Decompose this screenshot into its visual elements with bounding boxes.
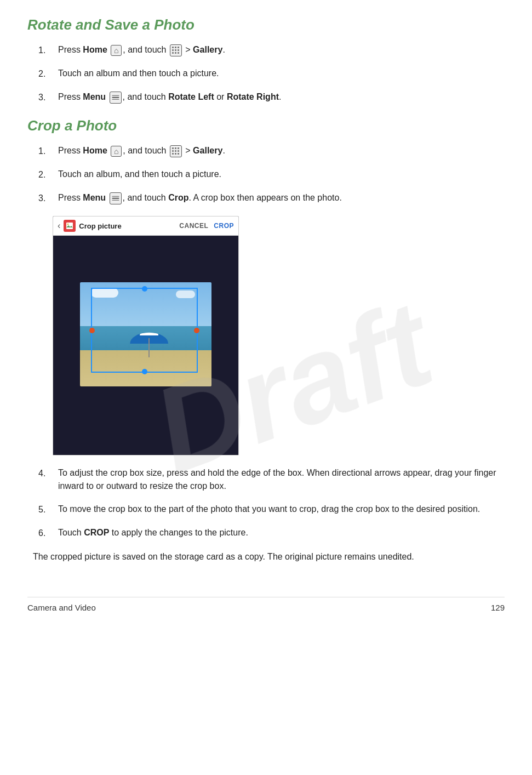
crop-step-6-content: Touch CROP to apply the changes to the p… (58, 526, 505, 539)
rotate-step-3-content: Press Menu , and touch Rotate Left or Ro… (58, 90, 505, 104)
crop-step-2-num: 2. (38, 168, 58, 181)
crop-step1-gallery-label: Gallery (193, 146, 222, 155)
crop-step-3-content: Press Menu , and touch Crop. A crop box … (58, 191, 505, 204)
crop-step-6: 6. Touch CROP to apply the changes to th… (38, 526, 505, 540)
crop-screenshot: ‹ Crop picture CANCEL CROP (53, 216, 239, 455)
crop-step1-home-label: Home (83, 146, 107, 155)
rotate-step1-home-label: Home (83, 45, 107, 54)
rotate-step3-rotateleft: Rotate Left (168, 92, 214, 101)
rotate-section-title: Rotate and Save a Photo (27, 16, 505, 33)
crop-section-body: 1. Press Home , and touch > Gallery. 2. … (33, 144, 505, 564)
crop-step-4-text: To adjust the crop box size, press and h… (58, 466, 505, 493)
image-icon (66, 222, 73, 230)
grid-icon-inner (172, 47, 180, 54)
crop-step3-menu-label: Menu (83, 193, 106, 202)
crop-step-5-num: 5. (38, 503, 58, 516)
crop-back-icon: ‹ (58, 221, 60, 231)
grid-icon-2 (170, 145, 182, 157)
crop-step-2-text: Touch an album, and then touch a picture… (58, 168, 505, 181)
crop-section-title: Crop a Photo (27, 117, 505, 134)
crop-handle-right (194, 328, 199, 333)
crop-step-3-num: 3. (38, 191, 58, 205)
crop-step3-crop-label: Crop (168, 193, 188, 202)
crop-step-1: 1. Press Home , and touch > Gallery. (38, 144, 505, 158)
rotate-step-2: 2. Touch an album and then touch a pictu… (38, 67, 505, 81)
crop-handle-top (142, 286, 147, 292)
rotate-step-3: 3. Press Menu , and touch Rotate Left or… (38, 90, 505, 104)
footer-page-number: 129 (491, 603, 505, 612)
rotate-step3-menu-label: Menu (83, 92, 106, 101)
rotate-step-1-content: Press Home , and touch > Gallery. (58, 43, 505, 56)
svg-rect-1 (66, 223, 73, 229)
crop-actions[interactable]: CANCEL CROP (179, 222, 234, 230)
crop-steps-list: 1. Press Home , and touch > Gallery. 2. … (38, 144, 505, 205)
crop-button[interactable]: CROP (214, 222, 234, 230)
crop-step-6-num: 6. (38, 526, 58, 540)
home-icon-2 (111, 146, 122, 157)
crop-topbar-icon (64, 220, 76, 232)
crop-handle-bottom (142, 369, 147, 374)
home-icon (111, 45, 122, 56)
footer: Camera and Video 129 (27, 597, 505, 612)
rotate-steps-list: 1. Press Home , and touch > Gallery. 2. … (38, 43, 505, 104)
crop-photo-area (53, 236, 238, 455)
crop-topbar: ‹ Crop picture CANCEL CROP (53, 216, 238, 236)
crop-step-1-num: 1. (38, 144, 58, 158)
crop-step-5: 5. To move the crop box to the part of t… (38, 503, 505, 516)
rotate-step-3-num: 3. (38, 90, 58, 104)
crop-step6-crop-bold: CROP (84, 528, 109, 537)
menu-icon (110, 92, 122, 104)
rotate-section-body: 1. Press Home , and touch > Gallery. 2. … (33, 43, 505, 104)
crop-box (91, 288, 198, 373)
rotate-step-2-num: 2. (38, 67, 58, 81)
rotate-step1-gallery-label: Gallery (193, 45, 222, 54)
crop-steps-after-list: 4. To adjust the crop box size, press an… (38, 466, 505, 540)
grid-icon-inner-2 (172, 147, 180, 155)
svg-point-2 (67, 224, 69, 225)
rotate-step-1-num: 1. (38, 43, 58, 57)
crop-photo-inner (80, 282, 211, 386)
crop-handle-left (89, 328, 95, 333)
closing-text: The cropped picture is saved on the stor… (33, 550, 505, 564)
crop-step-2: 2. Touch an album, and then touch a pict… (38, 168, 505, 181)
rotate-step3-rotateright: Rotate Right (227, 92, 279, 101)
menu-icon-2 (110, 192, 122, 204)
grid-icon (170, 44, 182, 56)
rotate-step-2-text: Touch an album and then touch a picture. (58, 67, 505, 80)
crop-step-4-num: 4. (38, 466, 58, 480)
menu-icon-lines (112, 95, 119, 100)
cancel-button[interactable]: CANCEL (179, 222, 208, 230)
rotate-step-1: 1. Press Home , and touch > Gallery. (38, 43, 505, 57)
crop-step-5-text: To move the crop box to the part of the … (58, 503, 505, 516)
crop-step-4: 4. To adjust the crop box size, press an… (38, 466, 505, 493)
crop-step-1-content: Press Home , and touch > Gallery. (58, 144, 505, 157)
crop-title-text: Crop picture (79, 222, 176, 230)
crop-step-3: 3. Press Menu , and touch Crop. A crop b… (38, 191, 505, 205)
menu-icon-lines-2 (112, 196, 119, 201)
footer-left: Camera and Video (27, 603, 96, 612)
